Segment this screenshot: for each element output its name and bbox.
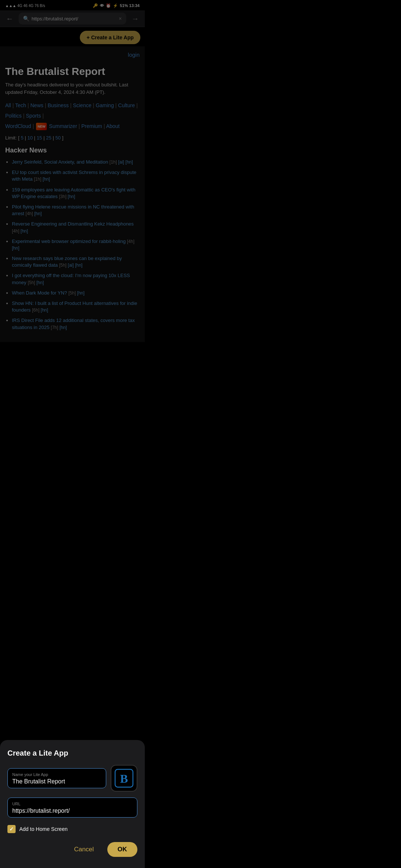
list-item: Show HN: I built a list of Product Hunt … [12, 300, 140, 313]
login-section: login [5, 50, 140, 62]
article-meta: [5h] [28, 280, 36, 285]
nav-sports[interactable]: Sports [26, 113, 41, 119]
article-link[interactable]: Experimental web browser optimized for r… [12, 239, 125, 244]
article-meta: [1h] [34, 177, 42, 182]
nav-links: All | Tech | News | Business | Science |… [5, 100, 140, 131]
list-item: Pilot flying Helene rescue missions in N… [12, 204, 140, 217]
article-tag-hn[interactable]: [hn] [34, 211, 42, 216]
article-link[interactable]: IRS Direct File adds 12 additional state… [12, 318, 135, 330]
nav-premium[interactable]: Premium [81, 123, 102, 129]
article-tag-ai[interactable]: [ai] [68, 263, 74, 268]
signal-icon: ▲▲▲ [5, 4, 16, 8]
article-meta: [7h] [51, 325, 59, 330]
nav-summarizer[interactable]: Summarizer [49, 123, 77, 129]
nav-culture[interactable]: Culture [118, 102, 135, 108]
clear-icon[interactable]: × [119, 16, 122, 22]
limit-label: Limit: [ [5, 135, 21, 141]
key-icon: 🔑 [93, 3, 98, 8]
list-item: When Dark Mode for YN? [5h] [hn] [12, 290, 140, 296]
nav-about[interactable]: About [106, 123, 120, 129]
status-bar: ▲▲▲ 4G 46 4G 76 B/s 🔑 👁 ⏰ ⚡ 51% 13:34 [0, 0, 145, 10]
article-meta: [5h] [68, 290, 77, 296]
article-tag-hn[interactable]: [hn] [43, 177, 50, 182]
site-title: The Brutalist Report [5, 66, 140, 78]
status-left: ▲▲▲ 4G 46 4G 76 B/s [5, 4, 45, 8]
article-tag-hn[interactable]: [hn] [36, 280, 44, 285]
article-tag-hn[interactable]: [hn] [59, 325, 67, 330]
list-item: IRS Direct File adds 12 additional state… [12, 317, 140, 331]
nav-science[interactable]: Science [73, 102, 91, 108]
nav-news[interactable]: News [30, 102, 43, 108]
article-meta: [5h] [59, 263, 68, 268]
list-item: New research says blue zones can be expl… [12, 255, 140, 269]
url-text: https://brutalist.report/ [32, 16, 117, 22]
back-button[interactable]: ← [4, 13, 16, 24]
article-meta: [1h] [110, 160, 118, 165]
article-link[interactable]: Jerry Seinfeld, Social Anxiety, and Medi… [12, 159, 108, 165]
list-item: 159 employees are leaving Automattic as … [12, 187, 140, 200]
article-link[interactable]: EU top court sides with activist Schrems… [12, 170, 136, 182]
nav-politics[interactable]: Politics [5, 113, 22, 119]
article-meta: [6h] [32, 308, 40, 313]
article-tag-hn[interactable]: [hn] [41, 308, 48, 313]
browser-chrome: ← 🔍 https://brutalist.report/ × → [0, 10, 145, 27]
new-badge: NEW [36, 123, 47, 130]
article-tag-hn[interactable]: [hn] [75, 263, 82, 268]
url-bar[interactable]: 🔍 https://brutalist.report/ × [19, 13, 126, 24]
article-tag-hn[interactable]: [hn] [12, 246, 19, 251]
section-heading: Hacker News [5, 147, 140, 154]
nav-all[interactable]: All [5, 102, 11, 108]
limit-10[interactable]: 10 [27, 135, 33, 141]
network-label: 4G [17, 4, 22, 8]
eye-icon: 👁 [100, 3, 104, 8]
article-meta: [4h] [127, 239, 134, 244]
list-item: Jerry Seinfeld, Social Anxiety, and Medi… [12, 159, 140, 165]
article-tag-hn[interactable]: [hn] [125, 160, 133, 165]
nav-business[interactable]: Business [48, 102, 69, 108]
article-tag[interactable]: [ai] [118, 160, 124, 165]
article-tag-hn[interactable]: [hn] [77, 290, 85, 296]
article-link[interactable]: Reverse Engineering and Dismantling Kekz… [12, 221, 134, 227]
login-link[interactable]: login [128, 52, 140, 58]
limit-50[interactable]: 50 [55, 135, 61, 141]
limit-bar: Limit: [ 5 | 10 | 15 | 25 | 50 ] [5, 135, 140, 141]
site-description: The day's headlines delivered to you wit… [5, 81, 140, 96]
search-icon: 🔍 [23, 16, 29, 22]
news-list: Jerry Seinfeld, Social Anxiety, and Medi… [5, 159, 140, 331]
list-item: EU top court sides with activist Schrems… [12, 169, 140, 183]
limit-25[interactable]: 25 [46, 135, 51, 141]
status-right: 🔑 👁 ⏰ ⚡ 51% 13:34 [93, 3, 140, 8]
article-meta: [4h] [26, 211, 34, 216]
speed-label: 46 4G 76 B/s [23, 4, 45, 8]
main-content: login The Brutalist Report The day's hea… [0, 46, 145, 342]
create-lite-app-button-top[interactable]: + Create a Lite App [80, 31, 140, 44]
article-meta: [3h] [59, 194, 68, 199]
nav-tech[interactable]: Tech [15, 102, 26, 108]
battery-label: 51% 13:34 [120, 3, 140, 8]
list-item: Reverse Engineering and Dismantling Kekz… [12, 221, 140, 234]
article-link[interactable]: Show HN: I built a list of Product Hunt … [12, 300, 137, 313]
forward-button[interactable]: → [129, 13, 141, 24]
nav-wordcloud[interactable]: WordCloud [5, 123, 31, 129]
bluetooth-icon: ⚡ [113, 3, 118, 8]
limit-15[interactable]: 15 [37, 135, 42, 141]
article-link[interactable]: When Dark Mode for YN? [12, 290, 67, 296]
create-lite-top-bar: + Create a Lite App [0, 27, 145, 46]
list-item: Experimental web browser optimized for r… [12, 238, 140, 251]
limit-5[interactable]: 5 [21, 135, 23, 141]
nav-gaming[interactable]: Gaming [96, 102, 114, 108]
article-meta: [4h] [12, 228, 20, 234]
list-item: I got everything off the cloud: I'm now … [12, 272, 140, 286]
article-tag-hn[interactable]: [hn] [68, 194, 75, 199]
article-tag-hn[interactable]: [hn] [20, 228, 28, 234]
alarm-icon: ⏰ [106, 3, 111, 8]
